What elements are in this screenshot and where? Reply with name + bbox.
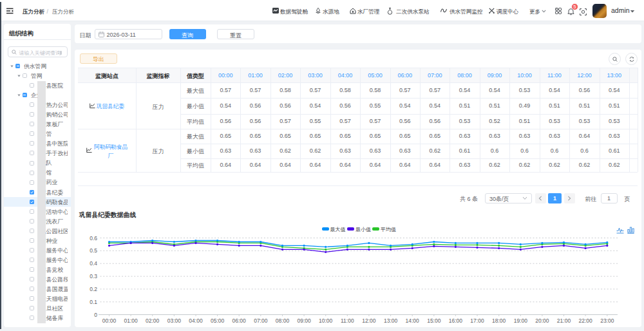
svg-text:19:00: 19:00	[514, 317, 528, 324]
svg-text:23:00: 23:00	[600, 317, 614, 324]
svg-text:01:00: 01:00	[124, 317, 138, 324]
svg-text:09:00: 09:00	[297, 317, 311, 324]
svg-text:12:00: 12:00	[362, 317, 376, 324]
svg-text:0.4: 0.4	[90, 260, 97, 267]
svg-text:10:00: 10:00	[319, 317, 333, 324]
svg-text:0.2: 0.2	[90, 286, 97, 292]
svg-text:22:00: 22:00	[578, 317, 592, 324]
svg-text:16:00: 16:00	[449, 317, 463, 324]
svg-text:20:00: 20:00	[535, 317, 549, 324]
svg-text:08:00: 08:00	[276, 317, 290, 324]
svg-text:0.6: 0.6	[90, 235, 97, 241]
svg-text:14:00: 14:00	[406, 317, 420, 324]
svg-text:06:00: 06:00	[232, 317, 247, 324]
svg-text:00:00: 00:00	[102, 317, 117, 324]
svg-text:17:00: 17:00	[470, 317, 484, 324]
svg-text:15:00: 15:00	[427, 317, 441, 324]
svg-text:13:00: 13:00	[384, 317, 398, 324]
svg-text:07:00: 07:00	[254, 317, 268, 324]
svg-text:04:00: 04:00	[189, 317, 203, 324]
svg-text:0.3: 0.3	[90, 273, 97, 279]
svg-text:21:00: 21:00	[557, 317, 571, 324]
svg-text:11:00: 11:00	[341, 317, 354, 324]
svg-text:0.1: 0.1	[90, 299, 97, 305]
svg-text:05:00: 05:00	[211, 317, 225, 324]
svg-text:03:00: 03:00	[167, 317, 182, 324]
svg-text:18:00: 18:00	[492, 317, 506, 324]
svg-text:02:00: 02:00	[146, 317, 160, 324]
svg-text:0: 0	[94, 312, 97, 318]
svg-text:0.5: 0.5	[90, 247, 97, 254]
